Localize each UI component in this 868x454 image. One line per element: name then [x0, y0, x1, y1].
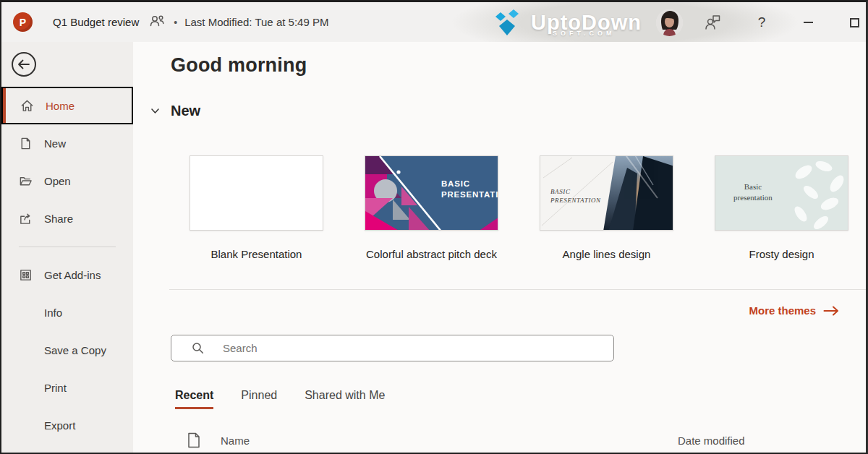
files-tabs: Recent Pinned Shared with Me — [175, 389, 385, 409]
thumb-title-line1: BASIC — [441, 179, 470, 188]
thumb-title-line2: PRESENTATION — [441, 190, 498, 199]
sidebar-item-label: Save a Copy — [44, 344, 106, 356]
sidebar-item-label: New — [44, 137, 66, 150]
arrow-right-icon — [823, 306, 839, 316]
greeting-heading: Good morning — [171, 54, 307, 77]
new-document-icon — [19, 137, 33, 150]
sidebar-item-open[interactable]: Open — [1, 162, 133, 200]
help-icon[interactable]: ? — [751, 12, 773, 33]
watermark-sub: SOFT.COM — [553, 30, 616, 37]
template-label: Frosty design — [715, 248, 848, 260]
document-icon — [187, 432, 201, 448]
sidebar-item-share[interactable]: Share — [1, 200, 133, 237]
template-thumbnail: BASIC PRESENTATION — [365, 155, 498, 231]
template-thumbnail: Basic presentation — [715, 155, 848, 231]
maximize-icon[interactable] — [843, 12, 865, 33]
sidebar-item-label: Get Add-ins — [44, 269, 101, 281]
tab-shared-with-me[interactable]: Shared with Me — [305, 389, 385, 409]
template-frosty-design[interactable]: Basic presentation Frosty design — [715, 155, 848, 260]
title-separator: • — [174, 17, 177, 28]
sidebar-item-info[interactable]: Info — [1, 294, 133, 331]
template-label: Angle lines design — [540, 248, 673, 260]
sidebar-item-label: Share — [44, 213, 73, 225]
backstage-sidebar: Home New Open Share — [1, 42, 133, 453]
uptodown-logo-icon — [493, 8, 527, 37]
powerpoint-backstage-window: P Q1 Budget review • Last Modified: Tue … — [0, 0, 868, 454]
chevron-down-icon[interactable] — [150, 106, 161, 116]
backstage-main: Good morning New Blank Presentation — [133, 42, 866, 453]
search-icon — [192, 342, 204, 354]
uptodown-watermark: UptoDown SOFT.COM — [459, 2, 799, 42]
section-divider — [169, 289, 866, 290]
name-column-header[interactable]: Name — [221, 434, 250, 447]
sidebar-item-print[interactable]: Print — [1, 369, 133, 406]
template-blank-presentation[interactable]: Blank Presentation — [190, 155, 323, 260]
home-icon — [20, 99, 34, 113]
more-themes-label: More themes — [749, 304, 816, 317]
files-table-header: Name Date modified — [133, 431, 866, 454]
watermark-brand: UptoDown — [531, 11, 642, 35]
add-ins-icon — [19, 268, 33, 282]
template-thumbnail: BASIC PRESENTATION — [540, 155, 673, 231]
sidebar-item-label: Open — [44, 175, 71, 187]
titlebar: P Q1 Budget review • Last Modified: Tue … — [1, 2, 866, 42]
template-gallery: Blank Presentation — [190, 155, 848, 260]
template-label: Blank Presentation — [190, 248, 323, 260]
sidebar-item-export[interactable]: Export — [1, 406, 133, 444]
sidebar-item-label: Export — [44, 419, 75, 432]
powerpoint-app-icon: P — [13, 12, 33, 32]
sidebar-item-get-add-ins[interactable]: Get Add-ins — [1, 256, 133, 294]
last-modified-text: Last Modified: Tue at 5:49 PM — [184, 16, 328, 28]
share-icon — [19, 212, 33, 226]
sidebar-item-label: Print — [44, 382, 67, 394]
feedback-icon[interactable] — [702, 12, 723, 33]
thumb-title-line2: PRESENTATION — [550, 197, 601, 204]
sidebar-item-label: Home — [46, 100, 75, 112]
back-button[interactable] — [12, 52, 36, 77]
search-bar[interactable] — [171, 335, 614, 361]
open-folder-icon — [19, 174, 33, 188]
new-section-title: New — [171, 103, 200, 119]
sidebar-nav: Home New Open Share — [1, 87, 133, 444]
sidebar-divider — [19, 247, 116, 247]
template-angle-lines-design[interactable]: BASIC PRESENTATION Angle lines design — [540, 155, 673, 260]
sidebar-item-home[interactable]: Home — [1, 87, 133, 124]
thumb-title-line1: Basic — [744, 182, 762, 191]
thumb-title-line1: BASIC — [550, 188, 571, 195]
document-title: Q1 Budget review — [53, 16, 139, 28]
share-people-icon[interactable] — [149, 14, 165, 30]
template-colorful-abstract-pitch-deck[interactable]: BASIC PRESENTATION Colorful abstract pit… — [365, 155, 498, 260]
sidebar-item-new[interactable]: New — [1, 124, 133, 162]
tab-recent[interactable]: Recent — [175, 389, 213, 409]
template-thumbnail — [190, 155, 323, 231]
date-modified-column-header[interactable]: Date modified — [678, 434, 745, 447]
user-avatar[interactable] — [656, 9, 683, 36]
thumb-title-line2: presentation — [733, 193, 773, 202]
more-themes-link[interactable]: More themes — [749, 304, 839, 317]
sidebar-item-save-a-copy[interactable]: Save a Copy — [1, 331, 133, 369]
template-label: Colorful abstract pitch deck — [365, 248, 498, 260]
tab-pinned[interactable]: Pinned — [241, 389, 277, 409]
new-section-header: New — [150, 103, 200, 119]
search-input[interactable] — [223, 342, 570, 354]
sidebar-item-label: Info — [44, 307, 62, 319]
minimize-icon[interactable] — [797, 12, 819, 33]
